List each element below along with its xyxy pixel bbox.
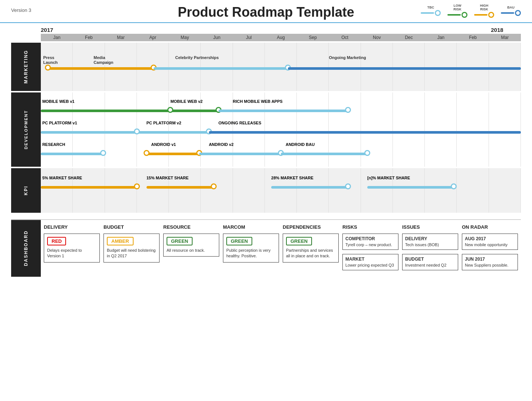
dev-track-android: RESEARCH ANDROID v1 ANDROID v2 ANDROID B… (41, 142, 521, 162)
delivery-text: Delays expected to Version 1 (47, 248, 96, 259)
dependencies-card: GREEN Partnerships and services all in p… (283, 234, 339, 263)
delivery-header: DELIVERY (44, 224, 100, 230)
ongoing-marketing-label: Ongoing Marketing (329, 55, 366, 60)
circle-android-bau-end (364, 150, 370, 156)
kpi-bar-npct (367, 186, 454, 189)
on-radar-card-1-title: AUG 2017 (465, 236, 515, 242)
pc-platform-v2-label: PC PLATFORM v2 (147, 121, 181, 125)
page-wrapper: Version 3 Product Roadmap Template TBC L… (0, 0, 532, 280)
header: Version 3 Product Roadmap Template TBC L… (0, 0, 532, 23)
month-feb2: Feb (457, 35, 489, 40)
bar-rich-mobile-web (219, 110, 348, 112)
marcom-text: Public perception is very healthy. Posit… (226, 248, 276, 259)
bar-android-v1 (147, 153, 199, 155)
budget-card: AMBER Budget will need bolstering in Q2 … (104, 234, 160, 263)
month-oct: Oct (329, 35, 361, 40)
main-content: 2017 2018 Jan Feb Mar Apr May Jun Jul Au… (0, 23, 532, 280)
marcom-status: GREEN (226, 237, 252, 245)
circle-research-end (100, 150, 106, 156)
kpi-label: KPI (11, 168, 41, 213)
legend-tbc: TBC (421, 6, 441, 16)
kpi-28pct-label: 28% MARKET SHARE (271, 176, 313, 180)
resource-status: GREEN (167, 237, 193, 245)
circle-press-launch (45, 65, 51, 71)
pc-platform-v1-label: PC PLATFORM v1 (42, 121, 77, 125)
android-v1-label: ANDROID v1 (151, 142, 176, 147)
development-section: DEVELOPMENT MOBILE WEB v1 MOBILE WEB v2 (11, 92, 521, 167)
issues-card-2-title: BUDGET (405, 256, 455, 263)
dashboard-budget: BUDGET AMBER Budget will need bolstering… (104, 224, 160, 272)
issues-header: ISSUES (402, 224, 458, 230)
media-campaign-label: MediaCampaign (93, 55, 113, 65)
risks-header: RISKS (342, 224, 398, 230)
month-sep: Sep (297, 35, 329, 40)
dashboard-content: DELIVERY RED Delays expected to Version … (41, 220, 521, 277)
issues-card-1-title: DELIVERY (405, 236, 455, 242)
dependencies-header: DEPENDENCIES (283, 224, 339, 230)
bar-ongoing-marketing (288, 67, 521, 70)
dev-track-mobile-web: MOBILE WEB v1 MOBILE WEB v2 RICH MOBILE … (41, 99, 521, 118)
legend: TBC LOWRISK HIGHRISK (421, 4, 521, 18)
kpi-circle-5pct (134, 183, 140, 189)
legend-tbc-line (421, 12, 434, 14)
marketing-section: MARKETING PressLaunch (11, 43, 521, 91)
risks-card-1: COMPETITOR Tyrell corp – new product. (342, 234, 398, 250)
marcom-header: MARCOM (223, 224, 279, 230)
on-radar-card-2-text: New Suppliers possible. (465, 263, 515, 268)
on-radar-header: ON RADAR (462, 224, 518, 230)
dashboard-on-radar: ON RADAR AUG 2017 New mobile opportunity… (462, 224, 518, 272)
legend-high-risk-dot (488, 12, 494, 18)
bar-android-v2 (199, 153, 281, 155)
month-jun: Jun (201, 35, 233, 40)
year-header-row: 2017 2018 (41, 27, 521, 34)
budget-header: BUDGET (104, 224, 160, 230)
dashboard-issues: ISSUES DELIVERY Tech issues (BOB) BUDGET… (402, 224, 458, 272)
android-v2-label: ANDROID v2 (209, 142, 234, 147)
risks-card-2-text: Lower pricing expected Q3 (345, 263, 395, 268)
resource-text: All resource on track. (167, 248, 216, 253)
circle-mobile-web-v2-start (167, 107, 173, 113)
dependencies-status: GREEN (286, 237, 312, 245)
dashboard-risks: RISKS COMPETITOR Tyrell corp – new produ… (342, 224, 398, 272)
risks-card-2: MARKET Lower pricing expected Q3 (342, 254, 398, 270)
months-row: Jan Feb Mar Apr May Jun Jul Aug Sep Oct … (41, 34, 521, 41)
kpi-bar-15pct (147, 186, 214, 189)
budget-text: Budget will need bolstering in Q2 2017 (107, 248, 156, 259)
dashboard-dependencies: DEPENDENCIES GREEN Partnerships and serv… (283, 224, 339, 272)
circle-rich-mobile-web-end (345, 107, 351, 113)
kpi-circle-28pct (345, 183, 351, 189)
kpi-track: 5% MARKET SHARE 15% MARKET SHARE 28% MAR… (41, 176, 521, 198)
month-jan: Jan (41, 35, 73, 40)
legend-bau: BAU (501, 6, 521, 16)
legend-low-risk-line (447, 14, 461, 16)
month-aug: Aug (265, 35, 297, 40)
kpi-circle-15pct (211, 183, 217, 189)
dashboard-delivery: DELIVERY RED Delays expected to Version … (44, 224, 100, 272)
delivery-status: RED (47, 237, 66, 245)
legend-high-risk: HIGHRISK (474, 4, 494, 18)
legend-low-risk: LOWRISK (447, 4, 467, 18)
celebrity-partnerships-label: Celebrity Partnerships (175, 55, 219, 60)
month-apr: Apr (137, 35, 169, 40)
version-label: Version 3 (11, 7, 31, 13)
research-label: RESEARCH (42, 142, 65, 147)
kpi-circle-npct (451, 183, 457, 189)
dashboard-resource: RESOURCE GREEN All resource on track. (163, 224, 219, 272)
month-jan2: Jan (425, 35, 457, 40)
marketing-content: PressLaunch MediaCampaign Celebrity Part… (41, 43, 521, 91)
on-radar-card-1: AUG 2017 New mobile opportunity (462, 234, 518, 250)
kpi-content: 5% MARKET SHARE 15% MARKET SHARE 28% MAR… (41, 168, 521, 213)
android-bau-label: ANDROID BAU (286, 142, 315, 147)
month-feb: Feb (73, 35, 105, 40)
bar-ongoing-releases (209, 131, 521, 134)
risks-card-1-text: Tyrell corp – new product. (345, 242, 395, 248)
bar-research (41, 153, 103, 155)
ongoing-releases-label: ONGOING RELEASES (219, 121, 262, 125)
budget-status: AMBER (107, 237, 134, 245)
on-radar-card-2-title: JUN 2017 (465, 256, 515, 263)
circle-pc-v1-end (134, 128, 140, 134)
delivery-card: RED Delays expected to Version 1 (44, 234, 100, 263)
dashboard-section: DASHBOARD DELIVERY RED Delays expected t… (11, 219, 521, 277)
issues-card-2: BUDGET Investment needed Q2 (402, 254, 458, 270)
legend-bau-line (501, 12, 514, 14)
